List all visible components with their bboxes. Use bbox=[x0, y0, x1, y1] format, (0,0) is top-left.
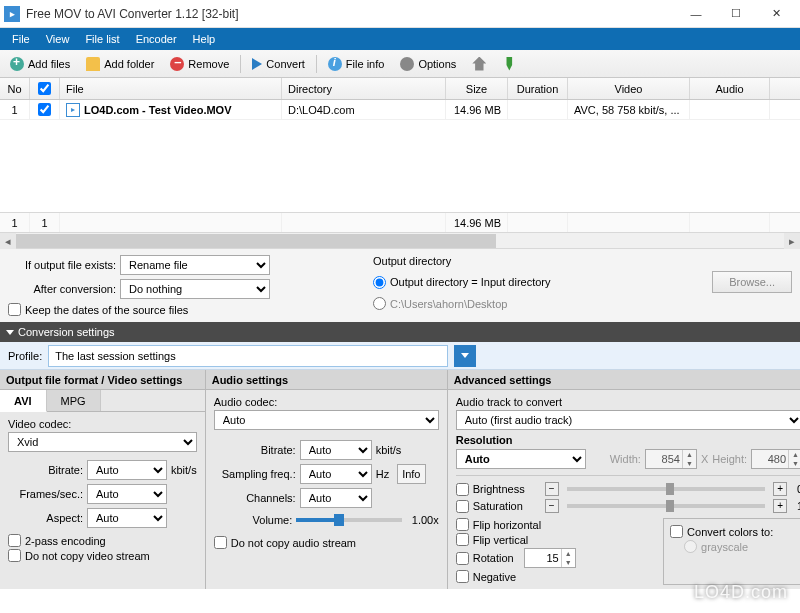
menu-filelist[interactable]: File list bbox=[77, 28, 127, 50]
row-checkbox[interactable] bbox=[38, 103, 51, 116]
menu-view[interactable]: View bbox=[38, 28, 78, 50]
aspect-select[interactable]: Auto bbox=[87, 508, 167, 528]
remove-label: Remove bbox=[188, 58, 229, 70]
minimize-button[interactable]: — bbox=[676, 0, 716, 28]
audio-bitrate-select[interactable]: Auto bbox=[300, 440, 372, 460]
profile-dropdown-button[interactable] bbox=[454, 345, 476, 367]
if-exists-select[interactable]: Rename file bbox=[120, 255, 270, 275]
scroll-thumb[interactable] bbox=[16, 234, 496, 248]
brightness-label: Brightness bbox=[473, 483, 541, 495]
file-info-button[interactable]: File info bbox=[321, 54, 392, 74]
col-duration[interactable]: Duration bbox=[508, 78, 568, 99]
rotation-spinner[interactable]: ▲▼ bbox=[524, 548, 576, 568]
tab-mpg[interactable]: MPG bbox=[47, 390, 101, 411]
saturation-minus[interactable]: − bbox=[545, 499, 559, 513]
add-files-label: Add files bbox=[28, 58, 70, 70]
col-size[interactable]: Size bbox=[446, 78, 508, 99]
channels-select[interactable]: Auto bbox=[300, 488, 372, 508]
col-check[interactable] bbox=[30, 78, 60, 99]
audio-codec-label: Audio codec: bbox=[214, 396, 439, 408]
format-tabs: AVI MPG bbox=[0, 390, 205, 412]
play-icon bbox=[252, 58, 262, 70]
col-audio[interactable]: Audio bbox=[690, 78, 770, 99]
audio-track-select[interactable]: Auto (first audio track) bbox=[456, 410, 800, 430]
add-folder-button[interactable]: Add folder bbox=[79, 54, 161, 74]
volume-label: Volume: bbox=[214, 514, 293, 526]
add-files-button[interactable]: Add files bbox=[3, 54, 77, 74]
fps-select[interactable]: Auto bbox=[87, 484, 167, 504]
flip-v-checkbox[interactable] bbox=[456, 533, 469, 546]
no-copy-video-checkbox[interactable] bbox=[8, 549, 21, 562]
fps-label: Frames/sec.: bbox=[8, 488, 83, 500]
cell-size: 14.96 MB bbox=[446, 100, 508, 119]
menu-help[interactable]: Help bbox=[185, 28, 224, 50]
rotation-value[interactable] bbox=[525, 552, 561, 564]
menubar: File View File list Encoder Help bbox=[0, 28, 800, 50]
remove-button[interactable]: Remove bbox=[163, 54, 236, 74]
outdir-same-radio[interactable] bbox=[373, 276, 386, 289]
brightness-checkbox[interactable] bbox=[456, 483, 469, 496]
cell-file: LO4D.com - Test Video.MOV bbox=[60, 100, 282, 119]
no-copy-audio-checkbox[interactable] bbox=[214, 536, 227, 549]
col-video[interactable]: Video bbox=[568, 78, 690, 99]
audio-codec-select[interactable]: Auto bbox=[214, 410, 439, 430]
brightness-slider[interactable] bbox=[567, 487, 765, 491]
flip-h-checkbox[interactable] bbox=[456, 518, 469, 531]
app-icon: ▸ bbox=[4, 6, 20, 22]
audio-track-label: Audio track to convert bbox=[456, 396, 800, 408]
profile-select[interactable]: The last session settings bbox=[48, 345, 448, 367]
col-directory[interactable]: Directory bbox=[282, 78, 446, 99]
collapse-icon bbox=[6, 330, 14, 335]
advanced-pane-title: Advanced settings bbox=[448, 370, 800, 390]
maximize-button[interactable]: ☐ bbox=[716, 0, 756, 28]
header-checkbox[interactable] bbox=[38, 82, 51, 95]
gear-icon bbox=[400, 57, 414, 71]
video-codec-select[interactable]: Xvid bbox=[8, 432, 197, 452]
outdir-same-label: Output directory = Input directory bbox=[390, 276, 551, 288]
convert-colors-group: Convert colors to: grayscale bbox=[663, 518, 800, 585]
minus-icon bbox=[170, 57, 184, 71]
height-value bbox=[752, 453, 788, 465]
col-file[interactable]: File bbox=[60, 78, 282, 99]
home-icon bbox=[472, 57, 486, 71]
audio-info-button[interactable]: Info bbox=[397, 464, 425, 484]
convert-button[interactable]: Convert bbox=[245, 55, 312, 73]
saturation-label: Saturation bbox=[473, 500, 541, 512]
volume-value: 1.00x bbox=[412, 514, 439, 526]
sampling-select[interactable]: Auto bbox=[300, 464, 372, 484]
rotation-checkbox[interactable] bbox=[456, 552, 469, 565]
footer-size: 14.96 MB bbox=[446, 213, 508, 232]
tab-avi[interactable]: AVI bbox=[0, 390, 47, 412]
convert-colors-checkbox[interactable] bbox=[670, 525, 683, 538]
negative-checkbox[interactable] bbox=[456, 570, 469, 583]
saturation-slider[interactable] bbox=[567, 504, 765, 508]
saturation-plus[interactable]: + bbox=[773, 499, 787, 513]
cell-dir: D:\LO4D.com bbox=[282, 100, 446, 119]
plus-icon bbox=[10, 57, 24, 71]
brightness-minus[interactable]: − bbox=[545, 482, 559, 496]
footer-count: 1 bbox=[30, 213, 60, 232]
horizontal-scrollbar[interactable]: ◂ ▸ bbox=[0, 232, 800, 248]
menu-encoder[interactable]: Encoder bbox=[128, 28, 185, 50]
brightness-plus[interactable]: + bbox=[773, 482, 787, 496]
browse-button[interactable]: Browse... bbox=[712, 271, 792, 293]
conversion-settings-bar[interactable]: Conversion settings bbox=[0, 322, 800, 342]
pin-button[interactable] bbox=[495, 54, 523, 74]
home-button[interactable] bbox=[465, 54, 493, 74]
flip-v-label: Flip vertical bbox=[473, 534, 529, 546]
keep-dates-checkbox[interactable] bbox=[8, 303, 21, 316]
close-button[interactable]: ✕ bbox=[756, 0, 796, 28]
after-conv-select[interactable]: Do nothing bbox=[120, 279, 270, 299]
col-no[interactable]: No bbox=[0, 78, 30, 99]
menu-file[interactable]: File bbox=[4, 28, 38, 50]
options-button[interactable]: Options bbox=[393, 54, 463, 74]
resolution-select[interactable]: Auto bbox=[456, 449, 586, 469]
video-bitrate-select[interactable]: Auto bbox=[87, 460, 167, 480]
outdir-custom-radio[interactable] bbox=[373, 297, 386, 310]
volume-slider[interactable] bbox=[296, 518, 401, 522]
two-pass-checkbox[interactable] bbox=[8, 534, 21, 547]
table-row[interactable]: 1 LO4D.com - Test Video.MOV D:\LO4D.com … bbox=[0, 100, 800, 120]
saturation-checkbox[interactable] bbox=[456, 500, 469, 513]
scroll-right-icon[interactable]: ▸ bbox=[784, 233, 800, 249]
scroll-left-icon[interactable]: ◂ bbox=[0, 233, 16, 249]
